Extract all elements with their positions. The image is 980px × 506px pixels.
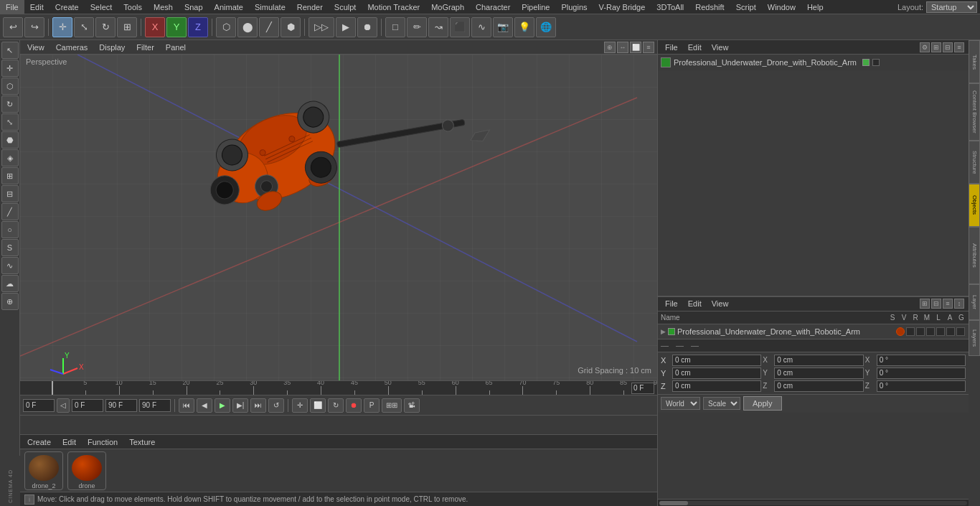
timeline-anim-button[interactable]: 📽 <box>404 398 420 413</box>
scale-tool-button[interactable]: ⤡ <box>74 17 94 37</box>
tab-layer[interactable]: Layer <box>969 284 980 320</box>
current-frame-input2[interactable] <box>72 399 103 412</box>
edge-mode-button[interactable]: ╱ <box>259 17 279 37</box>
viewport-menu-filter[interactable]: Filter <box>132 43 158 52</box>
flag-l[interactable] <box>936 327 945 336</box>
menu-snap[interactable]: Snap <box>179 0 209 14</box>
attr-action-1[interactable]: ⊞ <box>920 299 930 309</box>
menu-select[interactable]: Select <box>85 0 118 14</box>
redo-button[interactable]: ↪ <box>24 17 44 37</box>
left-tool-9[interactable]: ⊟ <box>1 185 19 202</box>
tab-layers[interactable]: Layers <box>969 320 980 356</box>
menu-edit[interactable]: Edit <box>24 0 50 14</box>
dope-sheet-button[interactable]: ⊞⊞ <box>382 398 402 413</box>
attr-edit-menu[interactable]: Edit <box>684 297 706 311</box>
scrollbar-thumb[interactable] <box>659 501 688 505</box>
flag-a[interactable] <box>946 327 955 336</box>
menu-mesh[interactable]: Mesh <box>148 0 179 14</box>
viewport-corner-2[interactable]: ↔ <box>617 42 628 53</box>
menu-create[interactable]: Create <box>50 0 85 14</box>
pos-z-input[interactable] <box>672 380 761 392</box>
menu-tools[interactable]: Tools <box>118 0 148 14</box>
pen-button[interactable]: ✏ <box>407 17 427 37</box>
tab-attributes[interactable]: Attributes <box>969 227 980 284</box>
apply-button[interactable]: Apply <box>743 396 782 411</box>
obj-view-menu[interactable]: View <box>707 40 733 54</box>
spline-button[interactable]: ↝ <box>428 17 448 37</box>
record-button[interactable]: ⏺ <box>346 398 362 413</box>
pos-x-arrow[interactable]: X <box>763 355 773 366</box>
axis-z-button[interactable]: Z <box>188 17 208 37</box>
render-all-button[interactable]: ⏺ <box>357 17 377 37</box>
move-tool-button[interactable]: ✛ <box>52 17 72 37</box>
axis-y-button[interactable]: Y <box>166 17 187 37</box>
tab-objects[interactable]: Objects <box>969 184 980 227</box>
deform-button[interactable]: ∿ <box>471 17 491 37</box>
loop-button[interactable]: ↺ <box>268 398 284 413</box>
obj-sort-button[interactable]: ≡ <box>954 42 964 52</box>
left-tool-1[interactable]: ↖ <box>1 42 19 59</box>
viewport-menu-cameras[interactable]: Cameras <box>52 43 93 52</box>
menu-render[interactable]: Render <box>291 0 329 14</box>
size-z-input[interactable] <box>774 380 863 392</box>
rot-x-input[interactable] <box>877 355 966 366</box>
menu-motion-tracker[interactable]: Motion Tracker <box>362 0 425 14</box>
menu-animate[interactable]: Animate <box>209 0 249 14</box>
flag-g[interactable] <box>956 327 965 336</box>
obj-edit-menu[interactable]: Edit <box>684 40 706 54</box>
mat-menu-create[interactable]: Create <box>24 438 54 446</box>
flag-m[interactable] <box>926 327 935 336</box>
left-tool-8[interactable]: ⊞ <box>1 167 19 184</box>
menu-sculpt[interactable]: Sculpt <box>329 0 362 14</box>
left-tool-10[interactable]: ╱ <box>1 203 19 220</box>
first-frame-button[interactable]: ⏮ <box>179 398 194 413</box>
size-x-input[interactable] <box>774 355 863 366</box>
prev-frame-button[interactable]: ◀ <box>197 398 212 413</box>
viewport-menu-display[interactable]: Display <box>95 43 129 52</box>
mat-menu-function[interactable]: Function <box>85 438 121 446</box>
obj-collapse-button[interactable]: ⊟ <box>943 42 953 52</box>
obj-file-menu[interactable]: File <box>661 40 682 54</box>
left-tool-12[interactable]: S <box>1 239 19 256</box>
attr-file-menu[interactable]: File <box>661 297 682 311</box>
poly-mode-button[interactable]: ⬢ <box>281 17 301 37</box>
menu-window[interactable]: Window <box>762 0 801 14</box>
size-y-arrow[interactable]: Y <box>865 367 875 379</box>
left-tool-11[interactable]: ○ <box>1 221 19 238</box>
menu-help[interactable]: Help <box>801 0 829 14</box>
viewport-corner-1[interactable]: ⊕ <box>604 42 616 53</box>
viewport-menu-view[interactable]: View <box>23 43 49 52</box>
left-tool-7[interactable]: ◈ <box>1 149 19 167</box>
pos-z-arrow[interactable]: Z <box>763 380 773 392</box>
pos-x-input[interactable] <box>672 355 761 366</box>
menu-script[interactable]: Script <box>730 0 762 14</box>
autokey-button[interactable]: P <box>364 398 380 413</box>
timeline-ruler[interactable]: (function() { const ruler = document.get… <box>20 381 657 395</box>
menu-character[interactable]: Character <box>470 0 516 14</box>
point-mode-button[interactable]: ⬤ <box>237 17 258 37</box>
tab-takes[interactable]: Takes <box>969 40 980 83</box>
render-view-button[interactable]: ▶ <box>336 17 356 37</box>
scene-button[interactable]: 🌐 <box>536 17 556 37</box>
attr-action-2[interactable]: ⊟ <box>931 299 941 309</box>
size-y-input[interactable] <box>774 367 863 379</box>
world-select[interactable]: World Object <box>661 397 700 410</box>
extrude-button[interactable]: ⬛ <box>450 17 470 37</box>
viewport-menu-panel[interactable]: Panel <box>161 43 190 52</box>
undo-button[interactable]: ↩ <box>3 17 23 37</box>
start-frame-input[interactable] <box>23 399 55 412</box>
menu-3dtoall[interactable]: 3DToAll <box>651 0 689 14</box>
flag-s[interactable] <box>896 327 905 336</box>
pos-y-arrow[interactable]: Y <box>763 367 773 379</box>
viewport-corner-3[interactable]: ⬜ <box>630 42 641 53</box>
prev-keyframe-button[interactable]: ◁ <box>57 398 70 413</box>
light-button[interactable]: 💡 <box>514 17 534 37</box>
flag-r[interactable] <box>916 327 925 336</box>
last-frame-button[interactable]: ⏭ <box>250 398 266 413</box>
viewport-corner-4[interactable]: ≡ <box>643 42 654 53</box>
camera-button[interactable]: 📷 <box>493 17 513 37</box>
menu-redshift[interactable]: Redshift <box>689 0 730 14</box>
play-button[interactable]: ▶ <box>215 398 230 413</box>
fps-input[interactable] <box>139 399 171 412</box>
viewport[interactable]: View Cameras Display Filter Panel ⊕ ↔ ⬜ … <box>20 40 657 380</box>
